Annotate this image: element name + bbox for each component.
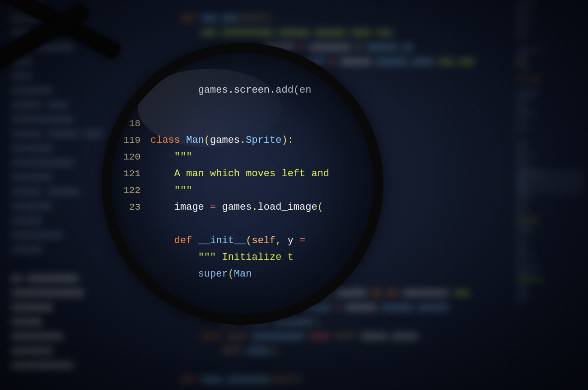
code-line-120: 120 """ [116,151,378,168]
magnifying-lens: games.screen.add(en 18 119 class Man(gam… [102,43,383,325]
code-line-118: 18 [116,118,378,135]
line-number-122: 122 [115,185,140,196]
line-number-123: 23 [115,202,140,212]
code-line-122: 122 """ [116,185,378,202]
code-line-121: 121 A man which moves left and [116,168,378,185]
code-line-blank [116,101,378,118]
magnified-code: games.screen.add(en 18 119 class Man(gam… [116,85,378,285]
photo-of-code-editor: ▮▮▮▮▮▮▮▮ ▮▮▮▮▮▮ ▮▮▮▮▮▮▮▮▮▮ ▮▮▮▮ ▮▮▮▮▮▮▮▮… [0,0,588,390]
blurred-sidebar: ▮▮▮▮▮▮▮▮ ▮▮▮▮▮▮ ▮▮▮▮▮▮▮▮▮▮ ▮▮▮▮ ▮▮▮▮▮▮▮▮… [11,0,97,372]
code-line-prelude: games.screen.add(en [116,85,378,101]
code-line-init-doc: """ Initialize t [116,252,378,268]
line-number-121: 121 [115,169,140,179]
code-line-blank-2 [116,218,378,235]
code-line-def-init: def __init__(self, y = [116,235,378,252]
line-number-18: 18 [115,118,140,129]
blurred-minimap: ▮▮▮ ▮▮▮ ▮▮▮▮▮▮ ▮▮▮ ▮▮▮▮ ▮▮▮▮▮▮ ▮▮▮ ▮▮▮▮▮… [517,0,584,305]
line-number-119: 119 [115,135,140,146]
code-line-super: super(Man [116,268,378,285]
code-line-123: 23 image = games.load_image( [116,202,378,218]
code-line-119: 119 class Man(games.Sprite): [116,135,378,151]
line-number-120: 120 [115,152,140,162]
